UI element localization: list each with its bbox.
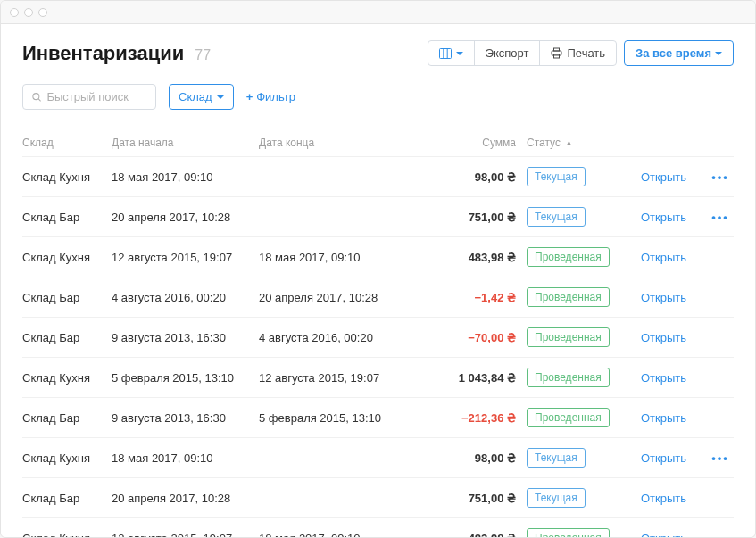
open-link[interactable]: Открыть bbox=[641, 331, 686, 344]
table-row[interactable]: Склад Бар9 августа 2013, 16:304 августа … bbox=[22, 317, 734, 357]
cell-start-date: 5 февраля 2015, 13:10 bbox=[112, 371, 259, 385]
cell-status: Проведенная bbox=[527, 408, 625, 427]
cell-end-date: 5 февраля 2015, 13:10 bbox=[259, 411, 402, 425]
svg-line-7 bbox=[38, 98, 41, 101]
open-link[interactable]: Открыть bbox=[641, 411, 686, 425]
status-badge: Текущая bbox=[527, 207, 586, 227]
window-close-icon[interactable] bbox=[10, 8, 19, 17]
cell-action: Открыть bbox=[625, 492, 707, 505]
content-area: Инвентаризации 77 Экспорт Печать За bbox=[1, 24, 755, 537]
cell-start-date: 18 мая 2017, 09:10 bbox=[112, 170, 259, 184]
table-row[interactable]: Склад Бар20 апреля 2017, 10:28751,00 ₴Те… bbox=[22, 196, 734, 236]
col-header-sum[interactable]: Сумма bbox=[402, 137, 527, 149]
cell-warehouse: Склад Бар bbox=[22, 291, 112, 304]
status-badge: Текущая bbox=[527, 488, 586, 508]
cell-menu: ••• bbox=[707, 170, 734, 184]
cell-sum: 1 043,84 ₴ bbox=[402, 371, 527, 385]
cell-start-date: 18 мая 2017, 09:10 bbox=[112, 451, 259, 465]
table-row[interactable]: Склад Кухня12 августа 2015, 19:0718 мая … bbox=[22, 236, 734, 277]
warehouse-filter-dropdown[interactable]: Склад bbox=[169, 84, 234, 110]
cell-action: Открыть bbox=[625, 331, 707, 344]
open-link[interactable]: Открыть bbox=[641, 251, 686, 264]
cell-status: Текущая bbox=[527, 448, 625, 468]
svg-point-6 bbox=[33, 93, 39, 99]
search-icon bbox=[32, 92, 41, 103]
svg-rect-4 bbox=[554, 48, 560, 51]
cell-end-date: 20 апреля 2017, 10:28 bbox=[259, 291, 402, 304]
window-maximize-icon[interactable] bbox=[38, 8, 47, 17]
table-row[interactable]: Склад Бар9 августа 2013, 16:305 февраля … bbox=[22, 397, 734, 437]
col-header-end[interactable]: Дата конца bbox=[259, 137, 402, 149]
row-menu-button[interactable]: ••• bbox=[711, 211, 729, 224]
cell-end-date: 4 августа 2016, 00:20 bbox=[259, 331, 402, 344]
table-body: Склад Кухня18 мая 2017, 09:1098,00 ₴Теку… bbox=[22, 156, 734, 537]
table-row[interactable]: Склад Бар4 августа 2016, 00:2020 апреля … bbox=[22, 277, 734, 317]
status-badge: Текущая bbox=[527, 448, 586, 468]
plus-icon: + bbox=[246, 90, 253, 103]
table-row[interactable]: Склад Кухня18 мая 2017, 09:1098,00 ₴Теку… bbox=[22, 437, 734, 477]
cell-start-date: 12 августа 2015, 19:07 bbox=[112, 251, 259, 264]
table-row[interactable]: Склад Бар20 апреля 2017, 10:28751,00 ₴Те… bbox=[22, 477, 734, 517]
status-badge: Текущая bbox=[527, 167, 586, 186]
title-group: Инвентаризации 77 bbox=[22, 42, 211, 65]
open-link[interactable]: Открыть bbox=[641, 532, 686, 538]
record-count: 77 bbox=[195, 47, 211, 63]
svg-rect-0 bbox=[439, 48, 451, 58]
print-icon bbox=[551, 47, 562, 59]
cell-start-date: 9 августа 2013, 16:30 bbox=[112, 331, 259, 344]
filter-bar: Склад + Фильтр bbox=[22, 84, 734, 110]
col-header-status[interactable]: Статус ▲ bbox=[527, 137, 625, 149]
cell-menu: ••• bbox=[707, 451, 734, 465]
search-input-wrapper[interactable] bbox=[22, 84, 156, 110]
cell-status: Проведенная bbox=[527, 287, 625, 307]
row-menu-button[interactable]: ••• bbox=[711, 170, 729, 184]
add-filter-button[interactable]: + Фильтр bbox=[246, 90, 295, 103]
columns-button[interactable] bbox=[428, 41, 474, 65]
print-button[interactable]: Печать bbox=[539, 41, 616, 65]
cell-sum: −1,42 ₴ bbox=[402, 291, 527, 304]
period-dropdown[interactable]: За все время bbox=[624, 40, 734, 66]
table-row[interactable]: Склад Кухня5 февраля 2015, 13:1012 авгус… bbox=[22, 357, 734, 397]
status-badge: Проведенная bbox=[527, 368, 610, 387]
cell-action: Открыть bbox=[625, 451, 707, 465]
cell-status: Текущая bbox=[527, 488, 625, 508]
cell-action: Открыть bbox=[625, 211, 707, 224]
columns-icon bbox=[439, 48, 452, 59]
export-button[interactable]: Экспорт bbox=[474, 41, 540, 65]
cell-sum: 98,00 ₴ bbox=[402, 170, 527, 184]
cell-action: Открыть bbox=[625, 291, 707, 304]
sort-ascending-icon: ▲ bbox=[565, 138, 573, 147]
cell-warehouse: Склад Бар bbox=[22, 492, 112, 505]
window-minimize-icon[interactable] bbox=[24, 8, 33, 17]
inventory-table: Склад Дата начала Дата конца Сумма Стату… bbox=[22, 129, 734, 537]
table-header: Склад Дата начала Дата конца Сумма Стату… bbox=[22, 129, 734, 156]
open-link[interactable]: Открыть bbox=[641, 451, 686, 465]
titlebar bbox=[1, 1, 755, 24]
header-actions: Экспорт Печать За все время bbox=[428, 40, 734, 66]
cell-action: Открыть bbox=[625, 251, 707, 264]
status-badge: Проведенная bbox=[527, 408, 610, 427]
row-menu-button[interactable]: ••• bbox=[711, 451, 729, 465]
cell-sum: 751,00 ₴ bbox=[402, 211, 527, 224]
cell-warehouse: Склад Бар bbox=[22, 331, 112, 344]
open-link[interactable]: Открыть bbox=[641, 371, 686, 385]
page-header: Инвентаризации 77 Экспорт Печать За bbox=[22, 40, 734, 66]
cell-sum: 98,00 ₴ bbox=[402, 451, 527, 465]
status-badge: Проведенная bbox=[527, 327, 610, 347]
status-badge: Проведенная bbox=[527, 247, 610, 267]
col-header-start[interactable]: Дата начала bbox=[112, 137, 259, 149]
table-row[interactable]: Склад Кухня12 августа 2015, 19:0718 мая … bbox=[22, 517, 734, 537]
cell-action: Открыть bbox=[625, 532, 707, 538]
open-link[interactable]: Открыть bbox=[641, 211, 686, 224]
col-header-warehouse[interactable]: Склад bbox=[22, 137, 112, 149]
open-link[interactable]: Открыть bbox=[641, 291, 686, 304]
cell-status: Проведенная bbox=[527, 247, 625, 267]
open-link[interactable]: Открыть bbox=[641, 492, 686, 505]
cell-sum: 751,00 ₴ bbox=[402, 492, 527, 505]
chevron-down-icon bbox=[217, 95, 224, 99]
table-row[interactable]: Склад Кухня18 мая 2017, 09:1098,00 ₴Теку… bbox=[22, 156, 734, 196]
search-input[interactable] bbox=[46, 90, 146, 103]
open-link[interactable]: Открыть bbox=[641, 170, 686, 184]
chevron-down-icon bbox=[715, 52, 722, 55]
cell-end-date: 18 мая 2017, 09:10 bbox=[259, 251, 402, 264]
